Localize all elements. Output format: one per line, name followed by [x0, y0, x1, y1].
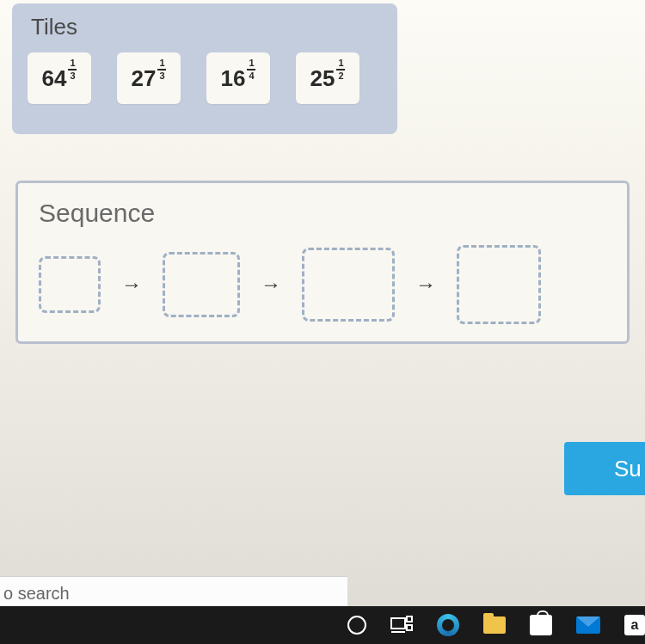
tile-1[interactable]: 64 1 3	[28, 52, 91, 104]
tile-4[interactable]: 25 1 2	[296, 52, 359, 104]
tiles-title: Tiles	[31, 14, 382, 40]
tile-base: 25	[310, 65, 335, 92]
tile-exponent: 1 3	[157, 58, 166, 81]
submit-button[interactable]: Su	[564, 442, 645, 495]
search-input[interactable]: o search	[0, 576, 347, 610]
task-view-icon[interactable]	[390, 612, 413, 638]
tile-base: 64	[42, 65, 67, 92]
drop-slot-1[interactable]	[39, 256, 101, 313]
cortana-icon[interactable]	[347, 612, 366, 638]
tile-2[interactable]: 27 1 3	[117, 52, 181, 104]
tiles-panel: Tiles 64 1 3 27 1 3 16 1 4	[12, 3, 397, 134]
drop-slot-3[interactable]	[302, 248, 395, 322]
file-explorer-icon[interactable]	[483, 612, 506, 638]
edge-icon[interactable]	[437, 612, 459, 638]
sequence-row: → → →	[39, 245, 606, 324]
arrow-icon: →	[121, 273, 142, 297]
amazon-icon[interactable]: a	[624, 612, 645, 638]
tile-base: 16	[221, 65, 246, 92]
tile-exponent: 1 3	[68, 58, 77, 81]
store-icon[interactable]	[530, 612, 552, 638]
svg-rect-1	[407, 616, 412, 622]
tile-base: 27	[132, 65, 157, 92]
mail-icon[interactable]	[576, 612, 600, 638]
taskbar: a	[0, 606, 645, 644]
sequence-panel: Sequence → → →	[15, 181, 630, 344]
search-placeholder: o search	[3, 584, 70, 604]
arrow-icon: →	[261, 273, 281, 297]
tile-exponent: 1 2	[336, 58, 345, 81]
svg-rect-0	[391, 618, 405, 629]
drop-slot-4[interactable]	[457, 245, 541, 324]
tile-exponent: 1 4	[247, 58, 255, 81]
tiles-row: 64 1 3 27 1 3 16 1 4 25	[28, 52, 382, 104]
drop-slot-2[interactable]	[163, 252, 240, 317]
arrow-icon: →	[415, 273, 436, 297]
submit-label: Su	[614, 456, 642, 482]
svg-rect-2	[407, 625, 412, 630]
sequence-title: Sequence	[39, 199, 606, 228]
tile-3[interactable]: 16 1 4	[206, 52, 270, 104]
